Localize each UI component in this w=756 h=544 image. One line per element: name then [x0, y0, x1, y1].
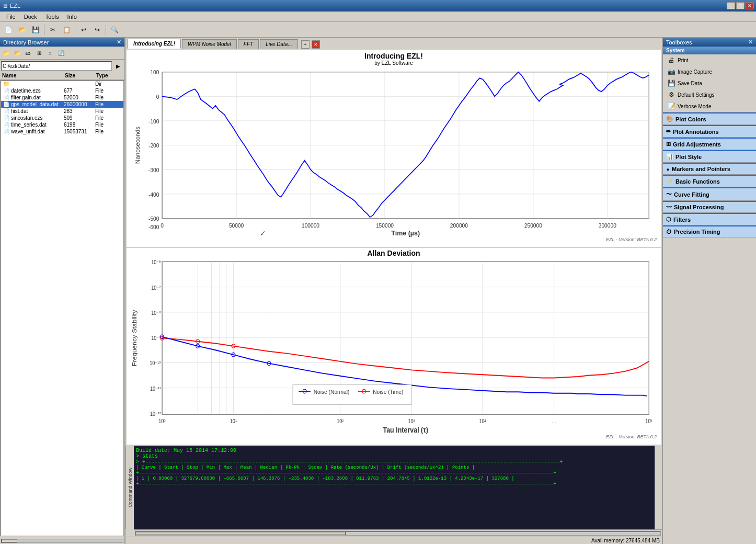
col-name[interactable]: Name: [2, 73, 65, 78]
chart1-version: EZL - Version: BETA 0.2: [127, 237, 661, 243]
toolbox-filters[interactable]: ⬡ Filters: [663, 213, 756, 225]
path-input[interactable]: [1, 61, 112, 71]
toolbox-curve-fitting[interactable]: 〜 Curve Fitting: [663, 187, 756, 201]
toolbox-grid-adjustments[interactable]: ⊞ Grid Adjustments: [663, 138, 756, 150]
file-row[interactable]: 📄wave_unfit.dat15053731File: [1, 128, 123, 135]
main-layout: Directory Browser ✕ 📁 📂 🗁 ⊞ ≡ 🔄 ▶ Name S…: [0, 38, 756, 544]
filter-icon: ⬡: [666, 216, 671, 223]
tab-wpm[interactable]: WPM Noise Model: [182, 39, 237, 49]
tab-live[interactable]: Live Data...: [260, 39, 298, 49]
close-button[interactable]: ✕: [746, 2, 754, 9]
dir-btn-3[interactable]: 🗁: [23, 48, 33, 58]
close-panel-btn[interactable]: ✕: [117, 39, 121, 46]
console-hscrollbar[interactable]: [134, 529, 662, 537]
toolboxes-close-btn[interactable]: ✕: [748, 39, 753, 46]
file-row[interactable]: 📄sincostan.ezs509File: [1, 115, 123, 121]
col-type[interactable]: Type: [96, 73, 122, 78]
toolbox-save-data[interactable]: 💾 Save Data: [663, 77, 756, 89]
minimize-button[interactable]: _: [727, 2, 735, 9]
horizontal-scrollbar[interactable]: [0, 537, 124, 544]
svg-text:150000: 150000: [376, 223, 394, 229]
svg-text:Noise (Time): Noise (Time): [373, 388, 403, 395]
signal-icon: 〰: [666, 204, 672, 210]
tab-add-btn[interactable]: +: [301, 40, 310, 49]
console-line-3: > +-------------------------------------…: [136, 459, 652, 465]
toolbar-btn-zoom[interactable]: 🔍: [108, 24, 121, 36]
annotation-icon: ✏: [666, 128, 671, 135]
console-scrollbar[interactable]: [655, 446, 662, 529]
toolbox-signal-processing[interactable]: 〰 Signal Processing: [663, 201, 756, 213]
file-row[interactable]: 📄time_series.dat6198File: [1, 121, 123, 128]
file-list-header: Name Size Type: [0, 72, 124, 80]
file-row[interactable]: 📄filter.gain.dat52000File: [1, 94, 123, 101]
toolbar-btn-6[interactable]: ↩: [77, 24, 90, 36]
file-row[interactable]: 📄hist.dat283File: [1, 108, 123, 115]
tab-fft[interactable]: FFT: [238, 39, 259, 49]
toolbox-plot-annotations[interactable]: ✏ Plot Annotations: [663, 125, 756, 138]
menu-dock[interactable]: Dock: [20, 13, 41, 21]
toolbar-btn-2[interactable]: 📂: [16, 24, 28, 36]
save-icon: 💾: [667, 79, 675, 87]
app-title: EZL: [10, 3, 20, 9]
directory-browser: Directory Browser ✕ 📁 📂 🗁 ⊞ ≡ 🔄 ▶ Name S…: [0, 38, 125, 544]
path-nav-btn[interactable]: ▶: [113, 61, 123, 71]
menu-tools[interactable]: Tools: [41, 13, 63, 21]
toolbox-system-title[interactable]: System: [663, 47, 756, 54]
tab-close-btn[interactable]: ✕: [312, 40, 320, 49]
console-line-6: | 1 | 0.00000 | 327679.00000 | -665.6687…: [136, 476, 652, 481]
toolbox-plot-colors[interactable]: 🎨 Plot Colors: [663, 112, 756, 125]
console-line-7: +---------------------------------------…: [136, 481, 652, 487]
console-label: Command Window: [125, 446, 134, 529]
title-bar: 🖥 EZL _ □ ✕: [0, 0, 756, 12]
console-wrapper: Command Window Build date: May 15 2014 1…: [125, 446, 662, 529]
menu-info[interactable]: Info: [63, 13, 81, 21]
toolboxes-title: Toolboxes ✕: [663, 38, 756, 47]
svg-text:250000: 250000: [524, 223, 542, 229]
toolbar-btn-7[interactable]: ↪: [91, 24, 104, 36]
svg-text:100: 100: [150, 70, 159, 75]
console-line-2: > stats: [136, 454, 652, 459]
menu-file[interactable]: File: [2, 13, 20, 21]
print-icon: 🖨: [667, 56, 675, 64]
toolbar-btn-3[interactable]: 💾: [29, 24, 42, 36]
app-icon: 🖥: [2, 3, 8, 9]
camera-icon: 📷: [667, 67, 675, 76]
tab-introducing[interactable]: Introducing EZL!: [128, 39, 181, 49]
svg-text:10⁵: 10⁵: [645, 418, 652, 424]
dir-btn-4[interactable]: ⊞: [34, 48, 44, 58]
maximize-button[interactable]: □: [736, 2, 744, 9]
svg-text:10⁴: 10⁴: [479, 418, 486, 424]
toolbar-btn-5[interactable]: 📋: [60, 24, 73, 36]
dir-btn-5[interactable]: ≡: [45, 48, 55, 58]
svg-text:10⁻¹²: 10⁻¹²: [150, 411, 162, 417]
file-row[interactable]: 📄datetime.ezs677File: [1, 87, 123, 94]
toolbox-plot-style[interactable]: 📊 Plot Style: [663, 150, 756, 163]
dir-btn-1[interactable]: 📁: [1, 48, 12, 58]
svg-text:-200: -200: [148, 143, 159, 149]
function-icon: ⚡: [666, 178, 673, 185]
svg-text:Time (µs): Time (µs): [391, 230, 420, 236]
svg-text:10⁻¹⁰: 10⁻¹⁰: [150, 360, 161, 366]
toolbox-markers-pointers[interactable]: ⬧ Markers and Pointers: [663, 163, 756, 175]
toolbox-print[interactable]: 🖨 Print: [663, 54, 756, 66]
toolbox-verbose-mode[interactable]: 📝 Verbose Mode: [663, 100, 756, 112]
svg-text:10²: 10²: [337, 418, 344, 424]
toolbox-basic-functions[interactable]: ⚡ Basic Functions: [663, 175, 756, 187]
dir-btn-6[interactable]: 🔄: [56, 48, 66, 58]
chart1-title: Introducing EZL! by EZL Software: [127, 50, 661, 66]
toolbar-sep-2: [75, 25, 75, 35]
file-row[interactable]: 📁Dir: [1, 81, 123, 87]
toolbox-image-capture[interactable]: 📷 Image Capture: [663, 66, 756, 77]
grid-icon: ⊞: [666, 141, 671, 148]
col-size[interactable]: Size: [65, 73, 96, 78]
toolbox-precision-timing[interactable]: ⏱ Precision Timing: [663, 225, 756, 237]
svg-text:-400: -400: [148, 191, 159, 197]
toolbar-btn-1[interactable]: 📄: [2, 24, 15, 36]
settings-icon: ⚙: [667, 90, 675, 99]
dir-btn-2[interactable]: 📂: [12, 48, 22, 58]
toolbox-default-settings[interactable]: ⚙ Default Settings: [663, 89, 756, 100]
svg-text:50000: 50000: [229, 223, 244, 229]
toolbar-btn-4[interactable]: ✂: [47, 24, 59, 36]
file-row[interactable]: 📄gps_model_data.dat26000000File: [1, 101, 123, 108]
svg-text:Noise (Normal): Noise (Normal): [314, 388, 350, 395]
